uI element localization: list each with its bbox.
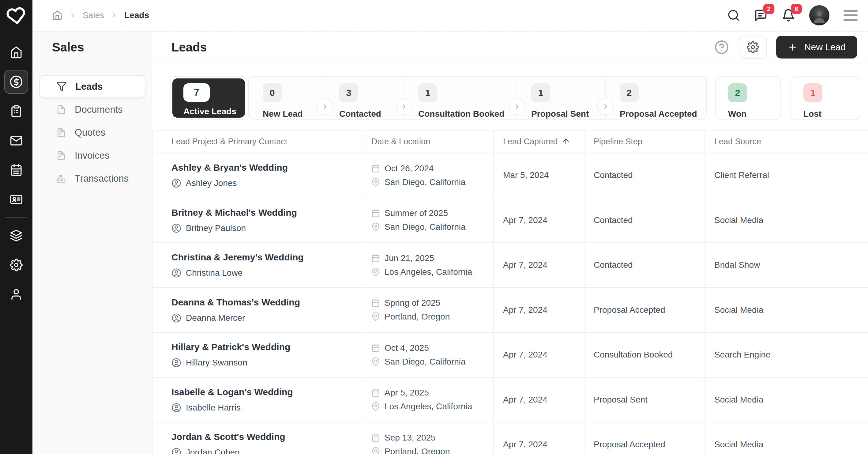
page-title: Leads [172, 40, 207, 54]
map-pin-icon [371, 447, 380, 454]
pipeline-step-card[interactable]: 1 Consultation Booked [404, 77, 517, 119]
cell-date-location: Oct 26, 2024 San Diego, California [362, 153, 493, 198]
rail-item-inbox[interactable] [0, 126, 32, 155]
pipeline-step-card[interactable]: 3 Contacted [325, 77, 404, 119]
cell-project-contact: Britney & Michael's Wedding Britney Paul… [153, 198, 362, 243]
calendar-icon [371, 299, 380, 307]
rail-item-integrations[interactable] [0, 221, 32, 250]
pipeline-steps-strip: 0 New Lead 3 Contacted 1 Consultation Bo… [248, 76, 707, 120]
mail-icon [10, 134, 23, 147]
lost-card[interactable]: 1 Lost [790, 76, 860, 120]
rail-item-account[interactable] [0, 280, 32, 309]
rail-active-highlight [4, 70, 28, 94]
lead-project-title: Britney & Michael's Wedding [172, 207, 362, 218]
cell-date-location: Summer of 2025 San Diego, California [362, 198, 493, 243]
cell-pipeline-step: Consultation Booked [584, 333, 705, 377]
breadcrumb-leads: Leads [124, 10, 149, 20]
cell-project-contact: Isabelle & Logan's Wedding Isabelle Harr… [153, 378, 362, 422]
primary-contact-name: Deanna Mercer [186, 313, 245, 323]
chevron-right-icon [597, 98, 614, 115]
cell-lead-source: Social Media [705, 288, 868, 332]
help-button[interactable] [714, 39, 730, 55]
rail-item-projects[interactable] [0, 96, 32, 126]
leads-settings-button[interactable] [739, 35, 767, 59]
won-label: Won [728, 109, 780, 119]
breadcrumb-sales[interactable]: Sales [83, 10, 104, 20]
cell-pipeline-step: Proposal Sent [584, 378, 705, 422]
lost-count-badge: 1 [803, 83, 823, 102]
column-header-date-location[interactable]: Date & Location [362, 130, 493, 153]
map-pin-icon [371, 312, 380, 321]
subnav-item-invoices[interactable]: $ Invoices [39, 144, 146, 167]
table-row[interactable]: Christina & Jeremy's Wedding Christina L… [153, 243, 868, 288]
main-content: Leads New Lead 7 Active Leads 0 New Lead [152, 32, 868, 454]
table-row[interactable]: Deanna & Thomas's Wedding Deanna Mercer … [153, 288, 868, 333]
cell-lead-captured: Apr 7, 2024 [493, 243, 584, 287]
rail-item-contacts[interactable] [0, 185, 32, 214]
table-row[interactable]: Britney & Michael's Wedding Britney Paul… [153, 198, 868, 243]
event-location: Portland, Oregon [384, 312, 450, 322]
primary-contact-name: Jordan Cohen [186, 448, 240, 454]
topbar: Sales Leads 2 6 [32, 0, 868, 32]
cell-date-location: Apr 5, 2025 Los Angeles, California [362, 378, 493, 422]
pipeline-step-card[interactable]: 1 Proposal Sent [517, 77, 606, 119]
cell-pipeline-step: Contacted [584, 198, 705, 243]
document-icon [56, 105, 66, 115]
subnav-item-transactions[interactable]: Transactions [39, 167, 146, 190]
icon-rail [0, 0, 32, 454]
avatar[interactable] [809, 5, 830, 25]
lead-project-title: Christina & Jeremy's Wedding [172, 252, 362, 263]
step-count-badge: 3 [339, 83, 358, 102]
primary-contact-name: Ashley Jones [186, 178, 237, 188]
chevron-right-icon [111, 12, 118, 19]
user-circle-icon [172, 358, 181, 368]
cell-project-contact: Jordan & Scott's Wedding Jordan Cohen [153, 422, 362, 454]
new-lead-button[interactable]: New Lead [776, 36, 857, 59]
column-header-project[interactable]: Lead Project & Primary Contact [153, 130, 362, 153]
svg-text:$: $ [59, 132, 61, 136]
column-header-lead-captured[interactable]: Lead Captured [493, 130, 584, 153]
pipeline-step-card[interactable]: 2 Proposal Accepted [606, 77, 706, 119]
user-circle-icon [172, 448, 181, 454]
active-leads-card[interactable]: 7 Active Leads [170, 76, 247, 120]
help-icon [714, 40, 729, 55]
event-location: Los Angeles, California [384, 267, 472, 277]
home-icon [10, 46, 23, 59]
primary-contact-name: Hillary Swanson [186, 358, 247, 368]
home-icon[interactable] [52, 10, 62, 21]
won-card[interactable]: 2 Won [715, 76, 781, 120]
cell-lead-captured: Apr 7, 2024 [493, 333, 584, 377]
table-row[interactable]: Hillary & Patrick's Wedding Hillary Swan… [153, 333, 868, 378]
lost-label: Lost [803, 109, 860, 119]
app-logo[interactable] [0, 0, 32, 32]
rail-item-settings[interactable] [0, 250, 32, 280]
step-count-badge: 0 [263, 83, 282, 102]
notifications-button[interactable]: 6 [782, 8, 795, 22]
user-circle-icon [172, 313, 181, 323]
cell-lead-source: Social Media [705, 378, 868, 422]
rail-item-sales[interactable] [0, 67, 32, 96]
messages-button[interactable]: 2 [754, 8, 768, 22]
menu-icon[interactable] [843, 10, 858, 21]
column-header-pipeline-step[interactable]: Pipeline Step [584, 130, 705, 153]
step-label: New Lead [263, 109, 324, 119]
step-count-badge: 2 [620, 83, 639, 102]
rail-item-home[interactable] [0, 38, 32, 67]
subnav-item-quotes[interactable]: $ Quotes [39, 121, 146, 144]
cell-date-location: Jun 21, 2025 Los Angeles, California [362, 243, 493, 287]
table-row[interactable]: Ashley & Bryan's Wedding Ashley Jones Oc… [153, 153, 868, 198]
search-icon [727, 9, 740, 22]
search-button[interactable] [727, 9, 740, 22]
column-header-lead-source[interactable]: Lead Source [705, 130, 868, 153]
layers-icon [10, 229, 23, 242]
rail-item-calendar[interactable] [0, 155, 32, 185]
pipeline-step-card[interactable]: 0 New Lead [249, 77, 325, 119]
won-count-badge: 2 [728, 83, 747, 102]
svg-text:$: $ [59, 155, 61, 159]
table-row[interactable]: Jordan & Scott's Wedding Jordan Cohen Se… [153, 422, 868, 454]
table-row[interactable]: Isabelle & Logan's Wedding Isabelle Harr… [153, 378, 868, 423]
chevron-right-icon [317, 98, 334, 115]
subnav-item-documents[interactable]: Documents [39, 98, 146, 121]
dollar-sales-icon [9, 75, 23, 89]
subnav-item-leads[interactable]: Leads [39, 75, 146, 98]
